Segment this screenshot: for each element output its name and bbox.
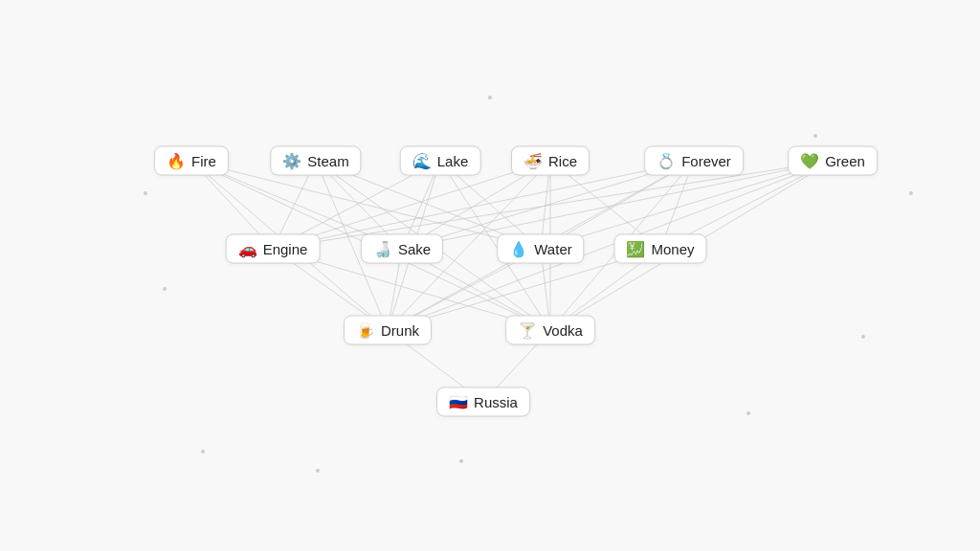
node-label-fire: Fire (191, 153, 216, 169)
node-russia[interactable]: 🇷🇺Russia (436, 387, 530, 417)
node-icon-green: 💚 (800, 153, 819, 168)
node-label-steam: Steam (307, 153, 348, 169)
node-sake[interactable]: 🍶Sake (361, 234, 443, 264)
decorative-dot (861, 335, 865, 339)
node-icon-vodka: 🍸 (518, 322, 537, 338)
decorative-dot (488, 96, 492, 99)
node-engine[interactable]: 🚗Engine (226, 234, 321, 264)
node-label-water: Water (534, 241, 571, 257)
node-icon-lake: 🌊 (412, 153, 432, 168)
decorative-dot (316, 469, 320, 473)
node-icon-fire: 🔥 (167, 153, 186, 168)
decorative-dot (813, 134, 817, 138)
node-forever[interactable]: 💍Forever (644, 146, 744, 176)
node-steam[interactable]: ⚙️Steam (270, 146, 361, 176)
node-label-drunk: Drunk (381, 322, 419, 339)
node-green[interactable]: 💚Green (788, 146, 878, 176)
node-icon-forever: 💍 (657, 153, 676, 168)
node-vodka[interactable]: 🍸Vodka (505, 316, 595, 345)
node-label-green: Green (825, 153, 865, 169)
node-label-vodka: Vodka (543, 322, 583, 339)
decorative-dot (201, 450, 205, 453)
node-label-forever: Forever (681, 153, 731, 169)
node-icon-engine: 🚗 (238, 241, 257, 256)
node-icon-sake: 🍶 (373, 241, 392, 256)
node-drunk[interactable]: 🍺Drunk (344, 316, 432, 345)
decorative-dot (909, 191, 913, 195)
node-fire[interactable]: 🔥Fire (154, 146, 229, 176)
node-label-russia: Russia (474, 394, 518, 410)
node-rice[interactable]: 🍜Rice (511, 146, 590, 176)
node-icon-money: 💹 (626, 241, 645, 256)
node-label-rice: Rice (548, 153, 577, 169)
node-icon-rice: 🍜 (523, 153, 543, 168)
node-label-sake: Sake (398, 241, 431, 257)
decorative-dot (163, 287, 167, 291)
node-icon-water: 💧 (509, 241, 528, 256)
node-label-lake: Lake (437, 153, 469, 169)
connection-lines (0, 0, 980, 551)
node-icon-russia: 🇷🇺 (449, 394, 468, 409)
decorative-dot (746, 411, 750, 415)
node-money[interactable]: 💹Money (613, 234, 706, 264)
decorative-dot (144, 191, 147, 195)
decorative-dot (459, 459, 463, 463)
graph-container: 🔥Fire⚙️Steam🌊Lake🍜Rice💍Forever💚Green🚗Eng… (0, 0, 980, 551)
node-label-money: Money (651, 241, 694, 257)
node-lake[interactable]: 🌊Lake (400, 146, 481, 176)
node-water[interactable]: 💧Water (497, 234, 584, 264)
node-icon-steam: ⚙️ (282, 153, 301, 168)
svg-line-31 (388, 161, 833, 330)
node-label-engine: Engine (263, 241, 308, 257)
node-icon-drunk: 🍺 (356, 322, 375, 338)
